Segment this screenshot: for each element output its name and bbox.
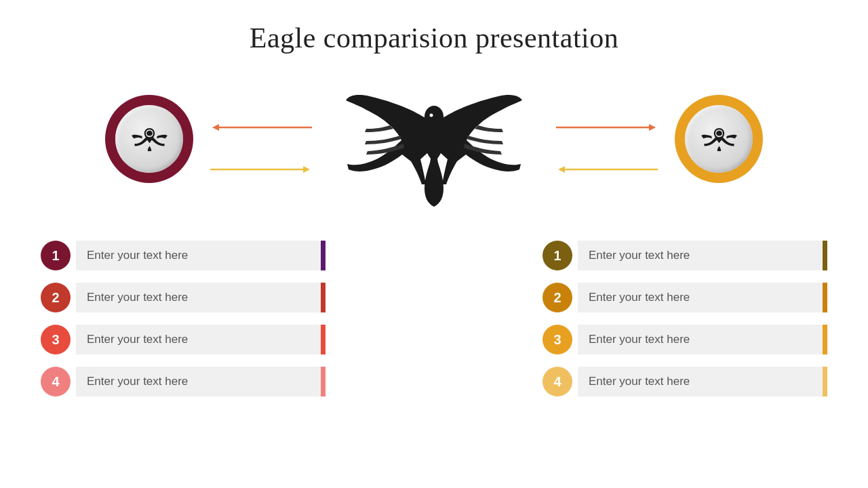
right-text-1[interactable]: Enter your text here [578, 241, 823, 270]
arrow-left-top-icon [207, 121, 315, 134]
svg-marker-9 [649, 124, 656, 131]
slide-title: Eagle comparision presentation [250, 22, 619, 54]
arrow-right-bottom-icon [553, 163, 661, 176]
right-bar-4 [823, 367, 827, 396]
left-list-item-1: 1 Enter your text here [41, 237, 326, 274]
right-text-3[interactable]: Enter your text here [578, 325, 823, 354]
left-bar-4 [321, 367, 326, 396]
svg-point-0 [146, 130, 153, 136]
right-bar-1 [823, 241, 827, 270]
right-badge-4: 4 [542, 367, 572, 396]
left-circle [105, 95, 193, 183]
left-text-2[interactable]: Enter your text here [76, 283, 321, 312]
right-badge-1: 1 [542, 241, 572, 270]
right-circle [675, 95, 763, 183]
lists-section: 1 Enter your text here 2 Enter your text… [0, 237, 868, 400]
right-text-2[interactable]: Enter your text here [578, 283, 823, 312]
arrow-left-bottom-icon [207, 163, 315, 176]
center-eagle-icon [346, 81, 522, 230]
right-list-item-2: 2 Enter your text here [542, 279, 827, 316]
left-bar-2 [321, 283, 326, 312]
left-badge-1: 1 [41, 241, 71, 270]
left-text-4[interactable]: Enter your text here [76, 367, 321, 396]
left-text-1[interactable]: Enter your text here [76, 241, 321, 270]
right-eagle-icon [701, 121, 738, 158]
right-badge-3: 3 [542, 325, 572, 354]
right-list-column: 1 Enter your text here 2 Enter your text… [542, 237, 827, 400]
svg-marker-5 [212, 124, 219, 131]
right-text-4[interactable]: Enter your text here [578, 367, 823, 396]
right-list-item-4: 4 Enter your text here [542, 363, 827, 400]
slide: Eagle comparision presentation [0, 0, 868, 488]
right-list-item-1: 1 Enter your text here [542, 237, 827, 274]
left-eagle-icon [131, 121, 168, 158]
left-text-3[interactable]: Enter your text here [76, 325, 321, 354]
left-badge-2: 2 [41, 283, 71, 312]
left-list-item-4: 4 Enter your text here [41, 363, 326, 400]
right-list-item-3: 3 Enter your text here [542, 321, 827, 358]
left-list-item-3: 3 Enter your text here [41, 321, 326, 358]
right-badge-2: 2 [542, 283, 572, 312]
svg-marker-7 [303, 166, 310, 173]
arrow-right-top-icon [553, 121, 661, 134]
center-eagle [346, 81, 522, 230]
right-circle-inner [685, 105, 753, 173]
left-circle-inner [115, 105, 183, 173]
left-list-column: 1 Enter your text here 2 Enter your text… [41, 237, 326, 400]
left-bar-1 [321, 241, 326, 270]
middle-section [0, 75, 868, 230]
svg-point-1 [716, 130, 722, 136]
svg-point-3 [430, 114, 433, 117]
right-bar-2 [823, 283, 827, 312]
left-badge-3: 3 [41, 325, 71, 354]
right-bar-3 [823, 325, 827, 354]
left-bar-3 [321, 325, 326, 354]
left-badge-4: 4 [41, 367, 71, 396]
left-list-item-2: 2 Enter your text here [41, 279, 326, 316]
svg-marker-11 [558, 166, 565, 173]
